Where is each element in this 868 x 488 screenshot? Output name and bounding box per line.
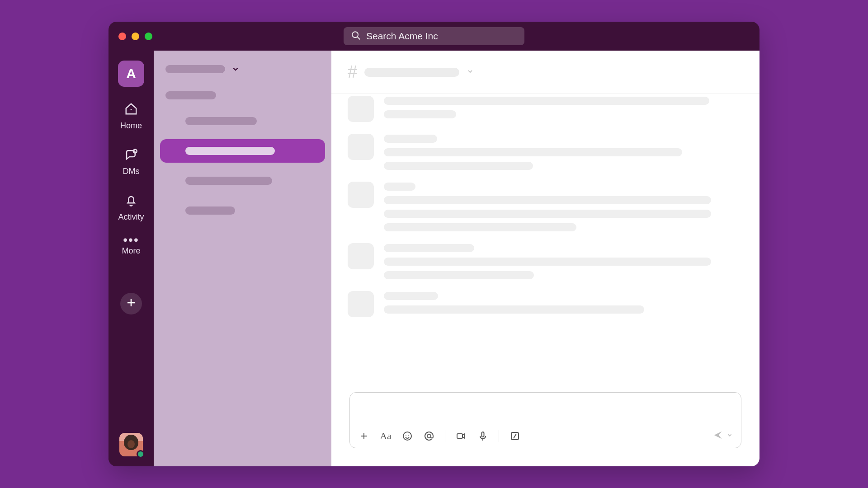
nav-home[interactable]: Home bbox=[120, 102, 142, 131]
message bbox=[348, 291, 741, 317]
channel-header[interactable]: # bbox=[331, 51, 760, 94]
plus-icon bbox=[126, 297, 137, 310]
message-body bbox=[384, 243, 741, 279]
text-line-placeholder bbox=[384, 258, 711, 266]
maximize-window-button[interactable] bbox=[145, 33, 152, 40]
svg-point-8 bbox=[403, 432, 411, 440]
composer-toolbar: Aa bbox=[350, 424, 741, 448]
minimize-window-button[interactable] bbox=[132, 33, 139, 40]
text-line-placeholder bbox=[384, 97, 709, 105]
message-body bbox=[384, 291, 741, 317]
search-input[interactable]: Search Acme Inc bbox=[344, 27, 524, 45]
message bbox=[348, 243, 741, 279]
chevron-down-icon bbox=[231, 65, 240, 73]
message-body bbox=[384, 182, 741, 231]
message-avatar bbox=[348, 134, 374, 160]
composer-input[interactable] bbox=[350, 393, 741, 424]
create-new-button[interactable] bbox=[120, 293, 142, 314]
user-menu[interactable] bbox=[119, 433, 143, 456]
chevron-down-icon bbox=[467, 68, 474, 77]
channel-list bbox=[160, 109, 325, 222]
bell-icon bbox=[124, 193, 138, 209]
svg-point-11 bbox=[427, 434, 431, 438]
message bbox=[348, 96, 741, 122]
section-label-placeholder bbox=[165, 91, 216, 99]
presence-indicator bbox=[137, 450, 145, 458]
text-line-placeholder bbox=[384, 223, 576, 231]
message-avatar bbox=[348, 291, 374, 317]
nav-dms-label: DMs bbox=[123, 167, 140, 176]
text-line-placeholder bbox=[384, 135, 437, 143]
more-icon: ••• bbox=[123, 237, 139, 243]
nav-activity-label: Activity bbox=[118, 212, 144, 222]
svg-point-10 bbox=[408, 435, 409, 436]
text-line-placeholder bbox=[384, 183, 415, 191]
channel-item[interactable] bbox=[160, 109, 325, 133]
nav-activity[interactable]: Activity bbox=[118, 193, 144, 222]
nav-home-label: Home bbox=[120, 121, 142, 131]
home-icon bbox=[124, 102, 138, 117]
hash-icon: # bbox=[348, 62, 357, 82]
text-line-placeholder bbox=[384, 292, 438, 300]
text-line-placeholder bbox=[384, 110, 456, 118]
send-icon bbox=[713, 430, 723, 442]
channel-name-placeholder bbox=[364, 68, 459, 77]
svg-rect-12 bbox=[457, 434, 462, 438]
text-line-placeholder bbox=[384, 210, 711, 218]
svg-point-9 bbox=[406, 435, 406, 436]
attach-button[interactable] bbox=[358, 430, 370, 442]
channel-name-placeholder bbox=[185, 206, 235, 215]
text-line-placeholder bbox=[384, 148, 682, 156]
app-window: Search Acme Inc A Home DMs bbox=[108, 22, 760, 466]
send-button[interactable] bbox=[713, 430, 733, 442]
text-line-placeholder bbox=[384, 271, 534, 279]
channel-name-placeholder bbox=[185, 177, 272, 185]
svg-line-16 bbox=[514, 434, 516, 438]
message-list bbox=[331, 94, 760, 392]
window-controls bbox=[108, 33, 152, 40]
text-line-placeholder bbox=[384, 162, 533, 170]
nav-more[interactable]: ••• More bbox=[122, 239, 140, 256]
video-button[interactable] bbox=[455, 430, 467, 442]
mention-button[interactable] bbox=[423, 430, 435, 442]
message-avatar bbox=[348, 182, 374, 208]
message-body bbox=[384, 134, 741, 170]
close-window-button[interactable] bbox=[118, 33, 126, 40]
message bbox=[348, 182, 741, 231]
text-line-placeholder bbox=[384, 305, 644, 314]
message-avatar bbox=[348, 96, 374, 122]
message-composer[interactable]: Aa bbox=[349, 392, 741, 448]
text-line-placeholder bbox=[384, 244, 474, 252]
svg-point-0 bbox=[352, 32, 358, 38]
dms-icon bbox=[124, 148, 138, 163]
svg-rect-13 bbox=[482, 432, 484, 437]
workspace-initial: A bbox=[126, 66, 136, 81]
workspace-name-placeholder bbox=[165, 65, 225, 73]
workspace-header[interactable] bbox=[160, 65, 325, 73]
toolbar-separator bbox=[445, 430, 445, 442]
search-icon bbox=[351, 30, 361, 42]
slash-command-button[interactable] bbox=[509, 430, 521, 442]
main-pane: # Aa bbox=[331, 51, 760, 466]
svg-line-1 bbox=[358, 37, 360, 39]
search-placeholder: Search Acme Inc bbox=[366, 31, 438, 42]
message bbox=[348, 134, 741, 170]
nav-rail: A Home DMs Activity • bbox=[108, 51, 154, 466]
nav-more-label: More bbox=[122, 246, 140, 256]
audio-button[interactable] bbox=[477, 430, 489, 442]
channel-name-placeholder bbox=[185, 147, 275, 155]
message-body bbox=[384, 96, 741, 122]
workspace-switcher[interactable]: A bbox=[118, 61, 144, 87]
toolbar-separator bbox=[499, 430, 499, 442]
channel-item[interactable] bbox=[160, 199, 325, 222]
text-line-placeholder bbox=[384, 196, 711, 204]
nav-dms[interactable]: DMs bbox=[123, 148, 140, 176]
emoji-button[interactable] bbox=[401, 430, 413, 442]
channel-sidebar bbox=[154, 51, 331, 466]
message-avatar bbox=[348, 243, 374, 269]
channel-item[interactable] bbox=[160, 169, 325, 192]
format-button[interactable]: Aa bbox=[380, 430, 392, 442]
titlebar: Search Acme Inc bbox=[108, 22, 760, 51]
svg-point-2 bbox=[131, 109, 132, 110]
channel-item[interactable] bbox=[160, 139, 325, 163]
